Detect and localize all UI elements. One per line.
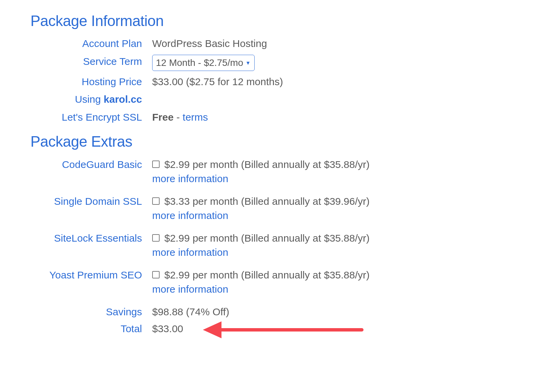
extra-checkbox-codeguard[interactable]: [152, 161, 160, 168]
ssl-terms-link[interactable]: terms: [183, 112, 208, 123]
service-term-select[interactable]: 12 Month - $2.75/mo ▾: [152, 55, 255, 71]
account-plan-value: WordPress Basic Hosting: [152, 37, 509, 51]
extra-desc: $2.99 per month (Billed annually at $35.…: [164, 159, 370, 170]
hosting-price-value: $33.00 ($2.75 for 12 months): [152, 75, 509, 89]
extra-row-sitelock: SiteLock Essentials $2.99 per month (Bil…: [30, 231, 509, 260]
extra-desc: $2.99 per month (Billed annually at $35.…: [164, 269, 370, 280]
row-savings: Savings $98.88 (74% Off): [30, 305, 509, 319]
service-term-selected: 12 Month - $2.75/mo: [156, 56, 243, 69]
savings-label: Savings: [30, 305, 152, 319]
row-lets-encrypt-ssl: Let's Encrypt SSL Free - terms: [30, 111, 509, 124]
total-label: Total: [30, 322, 152, 336]
more-information-link[interactable]: more information: [152, 246, 509, 260]
section-title-package-info: Package Information: [30, 11, 509, 31]
account-plan-label: Account Plan: [30, 37, 152, 51]
more-information-link[interactable]: more information: [152, 209, 509, 223]
using-domain-label: Using karol.cc: [30, 93, 152, 106]
more-information-link[interactable]: more information: [152, 172, 509, 186]
total-value: $33.00: [152, 323, 183, 334]
row-account-plan: Account Plan WordPress Basic Hosting: [30, 37, 509, 51]
extra-label: Single Domain SSL: [30, 195, 152, 209]
extra-row-yoast: Yoast Premium SEO $2.99 per month (Bille…: [30, 268, 509, 296]
svg-marker-1: [203, 321, 221, 338]
extra-label: SiteLock Essentials: [30, 231, 152, 245]
annotation-arrow-icon: [203, 324, 362, 336]
row-total: Total $33.00: [30, 322, 509, 336]
extra-checkbox-sitelock[interactable]: [152, 234, 160, 242]
extra-desc: $2.99 per month (Billed annually at $35.…: [164, 232, 370, 244]
extra-row-codeguard: CodeGuard Basic $2.99 per month (Billed …: [30, 158, 509, 186]
row-using-domain: Using karol.cc: [30, 93, 509, 106]
hosting-price-label: Hosting Price: [30, 75, 152, 89]
ssl-label: Let's Encrypt SSL: [30, 111, 152, 124]
extra-checkbox-yoast[interactable]: [152, 271, 160, 278]
extra-desc: $3.33 per month (Billed annually at $39.…: [164, 196, 370, 207]
row-service-term: Service Term 12 Month - $2.75/mo ▾: [30, 55, 509, 71]
extra-label: Yoast Premium SEO: [30, 268, 152, 282]
ssl-free: Free: [152, 112, 173, 123]
using-domain-value: karol.cc: [104, 94, 142, 105]
row-hosting-price: Hosting Price $33.00 ($2.75 for 12 month…: [30, 75, 509, 89]
extra-checkbox-single-domain-ssl[interactable]: [152, 197, 160, 205]
more-information-link[interactable]: more information: [152, 283, 509, 296]
ssl-separator: -: [173, 112, 183, 123]
extra-row-single-domain-ssl: Single Domain SSL $3.33 per month (Bille…: [30, 195, 509, 223]
section-title-package-extras: Package Extras: [30, 131, 509, 151]
savings-value: $98.88 (74% Off): [152, 305, 509, 319]
chevron-down-icon: ▾: [247, 59, 250, 67]
service-term-label: Service Term: [30, 55, 152, 69]
extra-label: CodeGuard Basic: [30, 158, 152, 172]
